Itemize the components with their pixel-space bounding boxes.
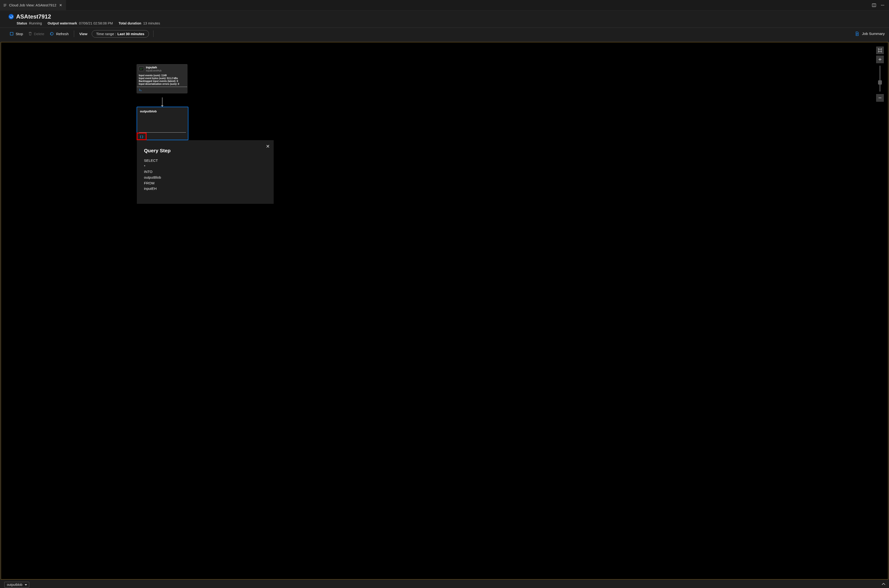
- tab-title: Cloud Job View: ASAtest7912: [9, 3, 56, 7]
- svg-point-11: [142, 68, 142, 69]
- braces-icon: { }: [140, 135, 143, 138]
- zoom-out-button[interactable]: [876, 94, 884, 102]
- svg-point-5: [10, 15, 12, 18]
- svg-rect-7: [879, 49, 881, 51]
- refresh-icon: [49, 32, 54, 36]
- delete-label: Delete: [34, 32, 44, 36]
- input-node-footer[interactable]: [137, 87, 187, 93]
- edge-arrow: [162, 98, 162, 106]
- page-title: ASAtest7912: [16, 13, 51, 20]
- zoom-fit-button[interactable]: [876, 46, 884, 54]
- svg-point-4: [883, 5, 884, 6]
- refresh-label: Refresh: [56, 32, 69, 36]
- svg-point-13: [141, 69, 142, 70]
- asa-logo-icon: [9, 14, 14, 19]
- eventhub-icon: [139, 67, 144, 71]
- document-icon: [855, 32, 859, 36]
- expand-panel-button[interactable]: [882, 582, 886, 586]
- input-node-metrics: Input events (sum): 1149 Input event byt…: [137, 74, 187, 87]
- svg-point-12: [140, 69, 141, 70]
- duration-value: 13 minutes: [143, 21, 160, 25]
- view-label: View: [79, 32, 87, 36]
- toolbar-separator: [74, 30, 74, 37]
- close-icon[interactable]: ✕: [266, 144, 270, 149]
- query-script-button[interactable]: { }: [136, 133, 147, 140]
- stop-icon: [9, 32, 14, 36]
- stop-button[interactable]: Stop: [9, 31, 24, 37]
- output-node-title: outputblob: [137, 107, 188, 116]
- svg-rect-8: [140, 68, 143, 70]
- editor-tab[interactable]: Cloud Job View: ASAtest7912 ✕: [0, 0, 66, 10]
- input-node-title: inputeh: [146, 66, 162, 69]
- view-button[interactable]: View: [78, 31, 88, 37]
- svg-rect-6: [10, 32, 13, 35]
- more-icon[interactable]: [880, 3, 885, 8]
- svg-point-9: [140, 68, 141, 69]
- zoom-handle[interactable]: [878, 80, 882, 85]
- split-editor-icon[interactable]: [872, 3, 876, 8]
- output-node[interactable]: outputblob { }: [136, 106, 188, 140]
- toolbar: Stop Delete Refresh View Time range : La…: [0, 28, 889, 40]
- duration-label: Total duration: [118, 21, 141, 25]
- input-node[interactable]: inputeh InputEventHub Input events (sum)…: [136, 64, 187, 93]
- zoom-controls: [876, 46, 884, 102]
- trash-icon: [28, 32, 32, 36]
- dropdown-label: outputblob: [7, 583, 22, 586]
- query-text: SELECT * INTO outputBlob FROM inputEH: [144, 158, 267, 192]
- job-summary-button[interactable]: Job Summary: [855, 32, 885, 36]
- diagram-canvas[interactable]: inputeh InputEventHub Input events (sum)…: [1, 42, 888, 579]
- query-step-popup: ✕ Query Step SELECT * INTO outputBlob FR…: [137, 140, 274, 204]
- close-icon[interactable]: ✕: [59, 3, 63, 8]
- popup-title: Query Step: [144, 148, 267, 153]
- time-range-value: Last 30 minutes: [117, 32, 144, 36]
- watermark-label: Output watermark: [48, 21, 77, 25]
- zoom-in-button[interactable]: [876, 56, 884, 63]
- preview-icon: [139, 88, 142, 91]
- svg-point-2: [881, 5, 882, 6]
- tab-list-icon: [3, 4, 7, 7]
- time-range-label: Time range :: [96, 32, 116, 36]
- svg-point-10: [141, 68, 142, 69]
- refresh-button[interactable]: Refresh: [48, 30, 70, 37]
- bottom-bar: outputblob: [4, 582, 29, 588]
- stop-label: Stop: [16, 32, 23, 36]
- page-header: ASAtest7912 Status Running Output waterm…: [0, 10, 889, 28]
- input-node-subtitle: InputEventHub: [146, 69, 162, 72]
- status-label: Status: [16, 21, 27, 25]
- status-value: Running: [29, 21, 42, 25]
- time-range-selector[interactable]: Time range : Last 30 minutes: [92, 30, 149, 38]
- watermark-value: 07/06/21 02:58:08 PM: [79, 21, 113, 25]
- output-selector-dropdown[interactable]: outputblob: [4, 582, 29, 588]
- delete-button: Delete: [27, 31, 45, 37]
- job-summary-label: Job Summary: [862, 32, 885, 36]
- svg-point-3: [882, 5, 883, 6]
- zoom-slider[interactable]: [879, 66, 881, 92]
- tab-bar: Cloud Job View: ASAtest7912 ✕: [0, 0, 889, 10]
